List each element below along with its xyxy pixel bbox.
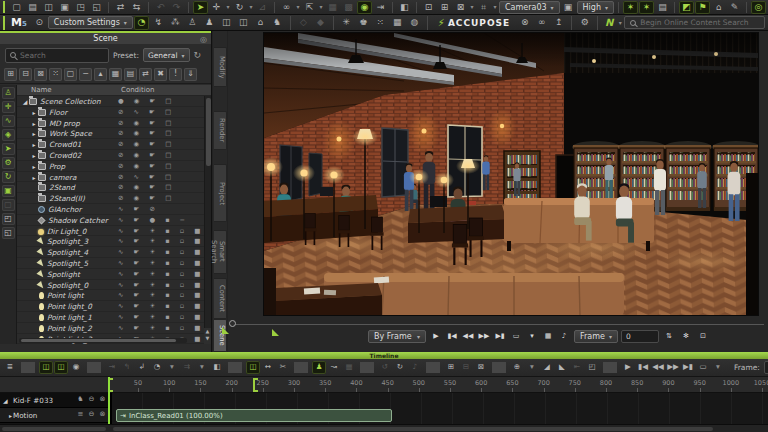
settings-gear-icon[interactable]: ⚙ (577, 16, 592, 30)
row-condition-icons[interactable]: ⊘ ◉ ☛ □ (118, 150, 175, 161)
actor-icon[interactable]: ♙ (185, 16, 200, 30)
go-end-button[interactable]: ▶▮ (493, 330, 507, 343)
delete-key-icon[interactable]: ⊠ (474, 361, 488, 374)
delete-item-icon[interactable]: ✖ (154, 68, 167, 81)
redo-icon[interactable]: ↷ (169, 1, 184, 14)
cut-icon[interactable]: ✂ (276, 361, 290, 374)
rename-asset-icon[interactable]: ⇆ (129, 1, 144, 14)
tree-row[interactable]: Dir Light_0 ∿ ☛ ☀ ▪ ▫ ■ (17, 226, 211, 237)
scale-tool-icon[interactable]: ⊿ (255, 1, 270, 14)
tree-row[interactable]: ▸camera ⊘ ∿ ☛ □ (17, 172, 211, 183)
save-project-icon[interactable]: ◫ (41, 1, 56, 14)
link-content-icon[interactable]: ∞ (534, 16, 549, 30)
tree-row[interactable]: Spotlight_4 ∿ ☛ ☀ ▪ ▫ ■ (17, 247, 211, 258)
row-condition-icons[interactable]: ⊘ ∿ ☛ □ (118, 172, 175, 183)
row-condition-icons[interactable]: ∿ ☛ ☀ ▪ ▫ ■ (118, 323, 204, 334)
rotate-tool-icon[interactable]: ↻ (232, 1, 247, 14)
tree-row[interactable]: Point light_1 ∿ ☛ ☀ ▪ ▫ ■ (17, 312, 211, 323)
scrollbar-arrows[interactable]: ▲▼ (204, 328, 211, 344)
scene-search-input[interactable]: Search (5, 48, 109, 63)
tree-row[interactable]: 2Stand ⊘ ◉ ☛ □ (17, 182, 211, 193)
tl-range-caret[interactable]: ▾ (711, 361, 725, 374)
tl-go-start-button[interactable]: ▮◀ (636, 361, 650, 374)
track-label-actor[interactable]: ◢ Kid-F #033 ♞⊖⊗ (0, 393, 110, 408)
motion-clip[interactable]: ⇥ InClass_Read01 (100.00%) (116, 409, 392, 422)
content-store-icon[interactable]: N (602, 16, 616, 30)
fit-selected-icon[interactable]: ⊠ (453, 1, 468, 14)
tree-row[interactable]: Spotlight_0 ∿ ☛ ☀ ▪ ▫ ■ (17, 280, 211, 291)
frame-input[interactable]: 0 (621, 330, 659, 343)
tree-row[interactable]: Point light_2 ∿ ☛ ☀ ▪ ▫ ■ (17, 323, 211, 334)
create-prop-icon[interactable]: ◈ (2, 129, 15, 141)
preset-cycle-icon[interactable]: ↻ (194, 50, 202, 60)
row-condition-icons[interactable]: ∿ ☛ ☀ ▪ ▫ ■ (118, 290, 204, 301)
create-pointer-icon[interactable]: ➤ (2, 143, 15, 155)
clip-up-icon[interactable]: ↰ (120, 361, 134, 374)
tl-range-button[interactable]: ▭ (696, 361, 710, 374)
list-view-icon[interactable]: ▤ (124, 68, 137, 81)
prev-frame-button[interactable]: ◀◀ (461, 330, 475, 343)
edit-pen-icon[interactable]: ✎ (727, 1, 742, 14)
swap-icon[interactable]: ⇄ (139, 68, 152, 81)
scene-panel-header[interactable]: Scene ◎ (0, 31, 211, 44)
create-camera-icon[interactable]: ▣ (2, 185, 15, 197)
row-condition-icons[interactable]: ∿ ☛ ☀ ▪ ▫ ■ (118, 236, 204, 247)
row-condition-icons[interactable]: ∿ ☛ ☀ ▪ ▫ ■ (118, 226, 204, 237)
frame-mode-dropdown[interactable]: Frame▾ (574, 330, 618, 343)
shift-icon[interactable]: ⇉ (180, 361, 194, 374)
gem-a-icon[interactable]: ◇ (296, 16, 311, 30)
grid-icon[interactable]: ▩ (341, 1, 356, 14)
curve-icon[interactable]: ↝ (327, 361, 341, 374)
audio-track-icon[interactable]: ♪ (408, 361, 422, 374)
new-project-icon[interactable]: ▢ (9, 1, 24, 14)
actor-track-icon[interactable]: ♞ (76, 395, 85, 405)
rotate-tool-caret[interactable]: ▾ (248, 1, 254, 14)
motion-graph-icon[interactable]: ◩ (679, 1, 694, 14)
particles-icon[interactable]: ⁂ (168, 16, 183, 30)
link-icon[interactable]: ∞ (279, 1, 294, 14)
tree-row[interactable]: ▸Crowd02 ⊘ ◉ ☛ □ (17, 150, 211, 161)
tree-row[interactable]: Shadow Catcher ∿ ☛ ● ▪ − (17, 215, 211, 226)
export-image-icon[interactable]: ▣ (57, 1, 72, 14)
print-screen-icon[interactable]: ▤ (655, 1, 670, 14)
select-tool-icon[interactable]: ➤ (193, 1, 208, 14)
box-select-icon[interactable]: ▢ (64, 68, 77, 81)
save-clip-icon[interactable]: ◫ (54, 361, 68, 374)
jump-in-icon[interactable]: ⇥ (105, 361, 119, 374)
effects-icon[interactable]: ✳ (339, 16, 354, 30)
home-icon[interactable]: ⌂ (253, 16, 268, 30)
timeline-frame-input[interactable]: 0 (764, 361, 768, 374)
row-condition-icons[interactable]: ∿ ☛ ☀ ▪ ▫ ■ (118, 247, 204, 258)
camera-grid-button[interactable]: ▦ (541, 330, 555, 343)
animal-icon[interactable]: ♞ (270, 16, 285, 30)
row-condition-icons[interactable]: ⊘ ◉ ☛ □ (118, 182, 175, 193)
condition-column-header[interactable]: Condition (117, 85, 154, 95)
online-content-search[interactable]: Begin Online Content Search (624, 16, 765, 29)
tree-vertical-scrollbar[interactable] (204, 96, 211, 328)
range-end-marker[interactable] (253, 378, 255, 392)
row-condition-icons[interactable]: ⊘ ◉ ☛ □ (118, 128, 175, 139)
viewport-area[interactable]: By Frame▾ ▶▮◀◀◀▶▶▶▮▭▾▦♪ Frame▾ 0 ⇅ ✻ ⊡ (228, 31, 768, 352)
snap-icon[interactable]: ▦ (325, 1, 340, 14)
ramp-in-icon[interactable]: ◢ (540, 361, 554, 374)
row-condition-icons[interactable]: ⊘ ∿ ☛ □ (118, 107, 175, 118)
logo-menu-icon[interactable]: ⊙ (32, 16, 47, 30)
expand-arrow[interactable]: ◢ (3, 397, 10, 404)
collapse-all-icon[interactable]: ▴ (94, 68, 107, 81)
ramp-out-icon[interactable]: ◣ (555, 361, 569, 374)
go-start-button[interactable]: ▮◀ (445, 330, 459, 343)
gauge-icon[interactable]: ◔ (134, 16, 149, 30)
time-icon[interactable]: ◔ (150, 361, 164, 374)
tree-row[interactable]: ▸Crowd01 ⊘ ◉ ☛ □ (17, 139, 211, 150)
mute-track-icon[interactable]: ⊖ (87, 395, 96, 405)
alert-icon[interactable]: ! (169, 68, 182, 81)
expand-arrow[interactable]: ▸ (3, 412, 10, 419)
track-label-motion[interactable]: ▸ Motion ≡⊖⊗ (0, 408, 110, 423)
custom-settings-dropdown[interactable]: Custom Settings▾ (48, 16, 133, 29)
content-store-caret[interactable]: ▾ (617, 16, 623, 30)
add-key-icon[interactable]: ⊞ (444, 361, 458, 374)
quick-pose-icon[interactable]: ↯ (151, 16, 166, 30)
tree-row[interactable]: Point light ∿ ☛ ☀ ▪ ▫ ■ (17, 290, 211, 301)
panel-b-icon[interactable]: ◫ (236, 16, 251, 30)
remove-track-icon[interactable]: ⊗ (98, 395, 107, 405)
